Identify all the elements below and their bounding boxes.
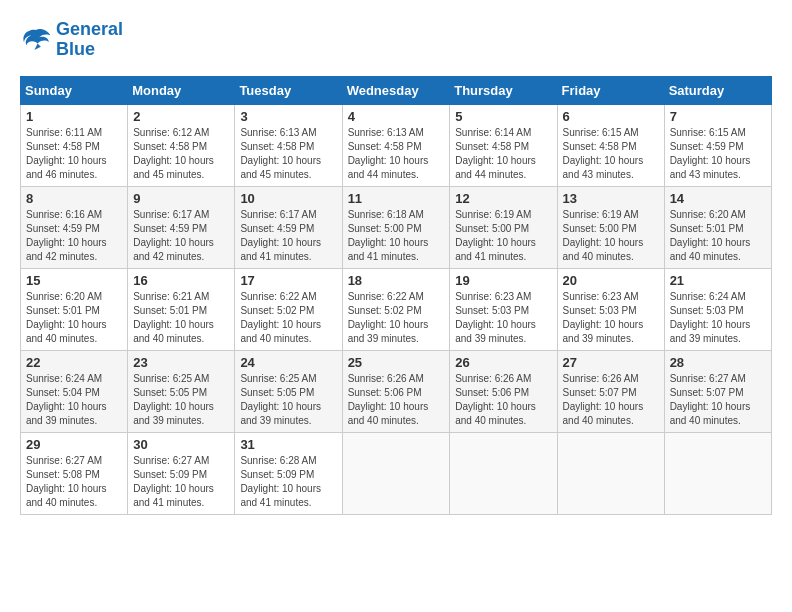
column-header-wednesday: Wednesday	[342, 76, 450, 104]
logo: General Blue	[20, 20, 123, 60]
day-info: Sunrise: 6:18 AM Sunset: 5:00 PM Dayligh…	[348, 208, 445, 264]
day-number: 10	[240, 191, 336, 206]
day-info: Sunrise: 6:15 AM Sunset: 4:58 PM Dayligh…	[563, 126, 659, 182]
calendar-cell: 8Sunrise: 6:16 AM Sunset: 4:59 PM Daylig…	[21, 186, 128, 268]
day-info: Sunrise: 6:23 AM Sunset: 5:03 PM Dayligh…	[455, 290, 551, 346]
day-number: 31	[240, 437, 336, 452]
calendar-cell: 29Sunrise: 6:27 AM Sunset: 5:08 PM Dayli…	[21, 432, 128, 514]
calendar-cell: 13Sunrise: 6:19 AM Sunset: 5:00 PM Dayli…	[557, 186, 664, 268]
calendar-cell: 30Sunrise: 6:27 AM Sunset: 5:09 PM Dayli…	[128, 432, 235, 514]
page-header: General Blue	[20, 20, 772, 60]
day-info: Sunrise: 6:14 AM Sunset: 4:58 PM Dayligh…	[455, 126, 551, 182]
day-number: 4	[348, 109, 445, 124]
day-number: 28	[670, 355, 766, 370]
day-info: Sunrise: 6:19 AM Sunset: 5:00 PM Dayligh…	[563, 208, 659, 264]
day-info: Sunrise: 6:20 AM Sunset: 5:01 PM Dayligh…	[670, 208, 766, 264]
day-number: 6	[563, 109, 659, 124]
calendar-cell: 16Sunrise: 6:21 AM Sunset: 5:01 PM Dayli…	[128, 268, 235, 350]
day-info: Sunrise: 6:17 AM Sunset: 4:59 PM Dayligh…	[133, 208, 229, 264]
calendar-cell: 9Sunrise: 6:17 AM Sunset: 4:59 PM Daylig…	[128, 186, 235, 268]
column-header-tuesday: Tuesday	[235, 76, 342, 104]
day-info: Sunrise: 6:22 AM Sunset: 5:02 PM Dayligh…	[348, 290, 445, 346]
calendar-week-row: 1Sunrise: 6:11 AM Sunset: 4:58 PM Daylig…	[21, 104, 772, 186]
column-header-sunday: Sunday	[21, 76, 128, 104]
day-number: 12	[455, 191, 551, 206]
day-info: Sunrise: 6:13 AM Sunset: 4:58 PM Dayligh…	[348, 126, 445, 182]
calendar-cell: 15Sunrise: 6:20 AM Sunset: 5:01 PM Dayli…	[21, 268, 128, 350]
logo-icon	[20, 26, 52, 54]
calendar-cell: 17Sunrise: 6:22 AM Sunset: 5:02 PM Dayli…	[235, 268, 342, 350]
day-number: 29	[26, 437, 122, 452]
calendar-cell: 26Sunrise: 6:26 AM Sunset: 5:06 PM Dayli…	[450, 350, 557, 432]
calendar-cell: 1Sunrise: 6:11 AM Sunset: 4:58 PM Daylig…	[21, 104, 128, 186]
day-number: 26	[455, 355, 551, 370]
calendar-cell: 6Sunrise: 6:15 AM Sunset: 4:58 PM Daylig…	[557, 104, 664, 186]
day-number: 23	[133, 355, 229, 370]
day-info: Sunrise: 6:27 AM Sunset: 5:09 PM Dayligh…	[133, 454, 229, 510]
day-info: Sunrise: 6:26 AM Sunset: 5:07 PM Dayligh…	[563, 372, 659, 428]
day-number: 21	[670, 273, 766, 288]
day-info: Sunrise: 6:24 AM Sunset: 5:03 PM Dayligh…	[670, 290, 766, 346]
day-number: 20	[563, 273, 659, 288]
calendar-cell: 2Sunrise: 6:12 AM Sunset: 4:58 PM Daylig…	[128, 104, 235, 186]
day-info: Sunrise: 6:15 AM Sunset: 4:59 PM Dayligh…	[670, 126, 766, 182]
day-number: 22	[26, 355, 122, 370]
day-number: 7	[670, 109, 766, 124]
calendar-cell: 24Sunrise: 6:25 AM Sunset: 5:05 PM Dayli…	[235, 350, 342, 432]
calendar-cell: 21Sunrise: 6:24 AM Sunset: 5:03 PM Dayli…	[664, 268, 771, 350]
calendar-cell: 28Sunrise: 6:27 AM Sunset: 5:07 PM Dayli…	[664, 350, 771, 432]
day-info: Sunrise: 6:26 AM Sunset: 5:06 PM Dayligh…	[455, 372, 551, 428]
day-info: Sunrise: 6:13 AM Sunset: 4:58 PM Dayligh…	[240, 126, 336, 182]
day-info: Sunrise: 6:28 AM Sunset: 5:09 PM Dayligh…	[240, 454, 336, 510]
calendar-cell	[342, 432, 450, 514]
day-info: Sunrise: 6:21 AM Sunset: 5:01 PM Dayligh…	[133, 290, 229, 346]
calendar-cell: 19Sunrise: 6:23 AM Sunset: 5:03 PM Dayli…	[450, 268, 557, 350]
calendar-cell: 7Sunrise: 6:15 AM Sunset: 4:59 PM Daylig…	[664, 104, 771, 186]
column-header-friday: Friday	[557, 76, 664, 104]
day-info: Sunrise: 6:19 AM Sunset: 5:00 PM Dayligh…	[455, 208, 551, 264]
logo-text: General Blue	[56, 20, 123, 60]
day-number: 1	[26, 109, 122, 124]
day-info: Sunrise: 6:27 AM Sunset: 5:07 PM Dayligh…	[670, 372, 766, 428]
day-info: Sunrise: 6:23 AM Sunset: 5:03 PM Dayligh…	[563, 290, 659, 346]
calendar-cell: 12Sunrise: 6:19 AM Sunset: 5:00 PM Dayli…	[450, 186, 557, 268]
day-number: 13	[563, 191, 659, 206]
calendar-table: SundayMondayTuesdayWednesdayThursdayFrid…	[20, 76, 772, 515]
calendar-cell	[664, 432, 771, 514]
calendar-week-row: 22Sunrise: 6:24 AM Sunset: 5:04 PM Dayli…	[21, 350, 772, 432]
calendar-week-row: 29Sunrise: 6:27 AM Sunset: 5:08 PM Dayli…	[21, 432, 772, 514]
day-info: Sunrise: 6:12 AM Sunset: 4:58 PM Dayligh…	[133, 126, 229, 182]
day-number: 24	[240, 355, 336, 370]
day-number: 9	[133, 191, 229, 206]
calendar-cell: 18Sunrise: 6:22 AM Sunset: 5:02 PM Dayli…	[342, 268, 450, 350]
calendar-cell: 10Sunrise: 6:17 AM Sunset: 4:59 PM Dayli…	[235, 186, 342, 268]
day-info: Sunrise: 6:24 AM Sunset: 5:04 PM Dayligh…	[26, 372, 122, 428]
day-info: Sunrise: 6:26 AM Sunset: 5:06 PM Dayligh…	[348, 372, 445, 428]
calendar-cell: 27Sunrise: 6:26 AM Sunset: 5:07 PM Dayli…	[557, 350, 664, 432]
calendar-cell: 31Sunrise: 6:28 AM Sunset: 5:09 PM Dayli…	[235, 432, 342, 514]
day-info: Sunrise: 6:25 AM Sunset: 5:05 PM Dayligh…	[133, 372, 229, 428]
column-header-thursday: Thursday	[450, 76, 557, 104]
calendar-cell: 22Sunrise: 6:24 AM Sunset: 5:04 PM Dayli…	[21, 350, 128, 432]
day-info: Sunrise: 6:22 AM Sunset: 5:02 PM Dayligh…	[240, 290, 336, 346]
calendar-cell: 4Sunrise: 6:13 AM Sunset: 4:58 PM Daylig…	[342, 104, 450, 186]
column-header-saturday: Saturday	[664, 76, 771, 104]
day-number: 14	[670, 191, 766, 206]
day-number: 30	[133, 437, 229, 452]
calendar-cell	[557, 432, 664, 514]
calendar-header-row: SundayMondayTuesdayWednesdayThursdayFrid…	[21, 76, 772, 104]
day-info: Sunrise: 6:17 AM Sunset: 4:59 PM Dayligh…	[240, 208, 336, 264]
calendar-cell: 14Sunrise: 6:20 AM Sunset: 5:01 PM Dayli…	[664, 186, 771, 268]
day-number: 2	[133, 109, 229, 124]
day-info: Sunrise: 6:20 AM Sunset: 5:01 PM Dayligh…	[26, 290, 122, 346]
day-number: 5	[455, 109, 551, 124]
day-number: 18	[348, 273, 445, 288]
day-info: Sunrise: 6:25 AM Sunset: 5:05 PM Dayligh…	[240, 372, 336, 428]
calendar-week-row: 15Sunrise: 6:20 AM Sunset: 5:01 PM Dayli…	[21, 268, 772, 350]
calendar-cell	[450, 432, 557, 514]
day-number: 19	[455, 273, 551, 288]
day-number: 27	[563, 355, 659, 370]
day-number: 3	[240, 109, 336, 124]
day-number: 17	[240, 273, 336, 288]
day-number: 16	[133, 273, 229, 288]
